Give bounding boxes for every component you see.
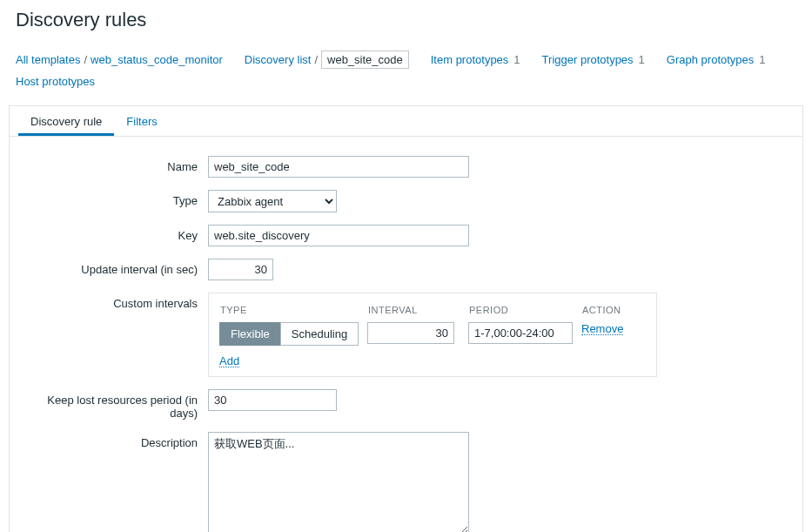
form: Name Type Zabbix agent Key: [10, 137, 802, 532]
label-custom-intervals: Custom intervals: [25, 293, 208, 310]
key-input[interactable]: [208, 225, 469, 246]
form-card: Discovery rule Filters Name Type Zabbix …: [9, 105, 803, 532]
label-key: Key: [25, 225, 208, 242]
breadcrumbs: All templates / web_status_code_monitor …: [0, 42, 812, 98]
separator: /: [314, 53, 318, 66]
th-type: TYPE: [219, 304, 367, 322]
label-type: Type: [25, 190, 208, 207]
update-interval-input[interactable]: [208, 259, 273, 280]
count-badge: 1: [759, 53, 765, 66]
count-badge: 1: [513, 53, 520, 66]
th-period: PERIOD: [468, 304, 581, 322]
type-select[interactable]: Zabbix agent: [208, 190, 337, 212]
label-update-interval: Update interval (in sec): [25, 259, 208, 276]
keep-lost-input[interactable]: [208, 389, 337, 411]
breadcrumb-graph-prototypes[interactable]: Graph prototypes: [667, 53, 754, 66]
breadcrumb-template[interactable]: web_status_code_monitor: [91, 53, 223, 66]
th-action: ACTION: [581, 304, 646, 322]
breadcrumb-host-prototypes[interactable]: Host prototypes: [16, 75, 95, 88]
label-name: Name: [25, 156, 208, 173]
tab-discovery-rule[interactable]: Discovery rule: [18, 106, 114, 136]
breadcrumb-item-prototypes[interactable]: Item prototypes: [431, 53, 509, 66]
breadcrumb-discovery-list[interactable]: Discovery list: [245, 53, 312, 66]
seg-flexible[interactable]: Flexible: [219, 322, 280, 346]
count-badge: 1: [639, 53, 645, 66]
th-interval: INTERVAL: [367, 304, 468, 322]
name-input[interactable]: [208, 156, 469, 178]
tab-filters[interactable]: Filters: [114, 106, 169, 136]
add-interval-link[interactable]: Add: [219, 355, 239, 367]
separator: /: [84, 53, 87, 66]
seg-scheduling[interactable]: Scheduling: [280, 322, 359, 346]
tabs: Discovery rule Filters: [10, 106, 802, 137]
page-title: Discovery rules: [16, 9, 812, 31]
interval-value-input[interactable]: [367, 322, 454, 344]
label-description: Description: [25, 432, 208, 449]
interval-type-segment: Flexible Scheduling: [219, 322, 359, 346]
interval-row: Flexible Scheduling: [219, 322, 646, 346]
breadcrumb-current: web_site_code: [321, 51, 409, 69]
breadcrumb-all-templates[interactable]: All templates: [16, 53, 80, 66]
remove-interval-link[interactable]: Remove: [581, 323, 623, 335]
interval-period-input[interactable]: [468, 322, 573, 344]
custom-intervals-box: TYPE INTERVAL PERIOD ACTION: [208, 293, 657, 377]
description-textarea[interactable]: 获取WEB页面...: [208, 432, 469, 532]
label-keep-lost: Keep lost resources period (in days): [25, 389, 208, 420]
breadcrumb-trigger-prototypes[interactable]: Trigger prototypes: [542, 53, 634, 66]
